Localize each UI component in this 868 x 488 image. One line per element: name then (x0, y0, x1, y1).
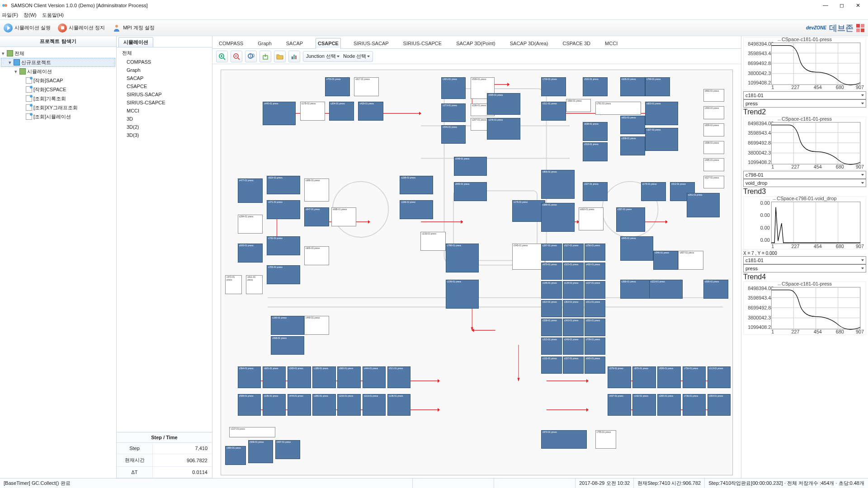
list-item[interactable]: COMPASS (120, 58, 208, 66)
tree-item[interactable]: [조회]기록조회 (1, 94, 115, 103)
tree-simulation[interactable]: ▾시뮬레이션 (1, 67, 115, 76)
diagram-node[interactable]: c364-01 press (238, 366, 261, 388)
diagram-node[interactable]: c219-01 press (337, 394, 360, 416)
diagram-node[interactable]: c679-01 press (541, 263, 562, 280)
diagram-node[interactable]: c546-01 press (441, 125, 465, 144)
diagram-node[interactable]: c280-01 press (312, 394, 335, 416)
diagram-node[interactable]: c360-01 press (620, 280, 654, 299)
diagram-node[interactable]: c137-01 press (229, 427, 275, 437)
list-item[interactable]: SACAP (120, 74, 208, 82)
diagram-node[interactable]: c798-01 press (446, 244, 479, 272)
close-button[interactable]: ✕ (850, 1, 866, 10)
diagram-node[interactable]: c807-01 press (678, 251, 703, 270)
diagram-node[interactable]: c178-01 press (300, 102, 325, 121)
diagram-node[interactable]: c511-01 press (387, 366, 410, 388)
tab-graph[interactable]: Graph (256, 38, 274, 48)
diagram-node[interactable]: c166-01 press (400, 200, 433, 219)
diagram-node[interactable]: c800-01 press (703, 123, 724, 136)
diagram-node[interactable]: c445-01 press (263, 102, 296, 125)
diagram-node[interactable]: c892-01 press (703, 89, 724, 102)
diagram-node[interactable]: c303-01 press (703, 106, 724, 119)
diagram-node[interactable]: c601-01 press (263, 366, 286, 388)
diagram-node[interactable]: c251-01 press (687, 193, 720, 217)
list-item[interactable]: SIRIUS-CSAPCE (120, 99, 208, 107)
diagram-node[interactable]: c838-01 press (583, 122, 608, 141)
diagram-node[interactable]: c791-01 press (595, 102, 641, 115)
tree-item[interactable]: [조회]XY그래프조회 (1, 103, 115, 112)
list-item[interactable]: SIRIUS-SACAP (120, 90, 208, 99)
diagram-node[interactable]: c315-01 press (541, 338, 562, 355)
diagram-node[interactable]: c265-01 press (657, 394, 680, 416)
diagram-node[interactable]: c590-01 press (225, 446, 246, 465)
maximize-button[interactable]: ◻ (834, 1, 850, 10)
list-item[interactable]: 3D (120, 115, 208, 123)
diagram-node[interactable]: c393-01 press (708, 394, 731, 416)
diagram-node[interactable]: c400-01 press (585, 263, 605, 280)
diagram-node[interactable]: c108-01 press (446, 280, 479, 309)
diagram-node[interactable]: c626-01 press (620, 77, 645, 96)
tab-cspace-3d[interactable]: CSPACE 3D (561, 38, 593, 48)
diagram-node[interactable]: c429-01 press (358, 102, 383, 121)
open-folder-button[interactable] (274, 51, 286, 62)
diagram-node[interactable]: c572-01 press (225, 275, 242, 294)
diagram-node[interactable]: c511-01 press (541, 102, 566, 121)
diagram-node[interactable]: c179-01 press (641, 182, 666, 201)
diagram-node[interactable]: c830-01 press (566, 99, 591, 112)
diagram-node[interactable]: c236-01 press (263, 394, 286, 416)
tab-mcci[interactable]: MCCI (603, 38, 619, 48)
diagram-node[interactable]: c546-01 press (653, 251, 678, 270)
export-button[interactable] (259, 51, 271, 62)
diagram-node[interactable]: c176-01 press (512, 200, 546, 222)
list-item[interactable]: MCCI (120, 107, 208, 115)
diagram-canvas[interactable]: c753-01 pressc817-01 pressc201-01 pressc… (221, 70, 733, 475)
diagram-node[interactable]: c548-01 press (454, 157, 487, 176)
trend1-field-select[interactable]: press (743, 99, 866, 108)
tree-root[interactable]: ▾전체 (1, 49, 115, 58)
diagram-node[interactable]: c131-01 press (541, 357, 562, 374)
diagram-node[interactable]: c136-01 press (387, 394, 410, 416)
diagram-node[interactable]: c256-01 press (585, 244, 605, 261)
diagram-node[interactable]: c273-01 press (441, 103, 465, 122)
diagram-node[interactable]: c538-01 press (541, 319, 562, 336)
diagram-node[interactable]: c569-01 press (248, 440, 273, 463)
diagram-node[interactable]: c525-01 press (563, 263, 584, 280)
diagram-node[interactable]: c249-01 press (563, 338, 584, 355)
diagram-node[interactable]: c444-01 press (288, 394, 311, 416)
diagram-node[interactable]: c222-01 press (649, 280, 683, 299)
diagram-node[interactable]: c343-01 press (563, 319, 584, 336)
list-item[interactable]: 3D(2) (120, 123, 208, 131)
mpi-settings-button[interactable]: MPI 계정 설정 (112, 23, 155, 33)
trend3-series-select[interactable]: c181-01 (743, 256, 866, 264)
tab-sirius-sacap[interactable]: SIRIUS-SACAP (352, 38, 391, 48)
tree-item[interactable]: [작화]SACAP (1, 76, 115, 85)
diagram-node[interactable]: c849-01 press (454, 182, 487, 201)
diagram-node[interactable]: c471-01 press (267, 200, 300, 219)
diagram-node[interactable]: c817-01 press (354, 77, 379, 96)
chart-button[interactable] (288, 51, 300, 62)
diagram-node[interactable]: c507-01 press (275, 440, 300, 459)
simulation-tab[interactable]: 시뮬레이션 (118, 37, 153, 47)
diagram-node[interactable]: c201-01 press (441, 77, 465, 99)
trend1-series-select[interactable]: c181-01 (743, 91, 866, 99)
diagram-node[interactable]: c318-01 press (583, 142, 608, 161)
diagram-node[interactable]: c660-01 press (337, 366, 360, 388)
diagram-node[interactable]: c753-01 press (325, 77, 350, 96)
diagram-node[interactable]: c337-01 press (563, 357, 584, 374)
diagram-node[interactable]: c811-01 press (246, 275, 263, 294)
list-item[interactable]: CSAPCE (120, 82, 208, 90)
menu-window[interactable]: 창(W) (24, 12, 37, 19)
zoom-fit-button[interactable]: 100 (245, 51, 257, 62)
diagram-node[interactable]: c327-01 press (583, 182, 608, 201)
diagram-node[interactable]: c838-01 press (657, 366, 680, 388)
diagram-node[interactable]: c527-01 press (563, 244, 584, 261)
diagram-node[interactable]: c505-01 press (487, 93, 520, 115)
diagram-node[interactable]: c665-01 press (585, 357, 605, 374)
diagram-node[interactable]: c599-01 press (238, 394, 261, 416)
tab-sacap-3d-area[interactable]: SACAP 3D(Area) (508, 38, 550, 48)
diagram-node[interactable]: c468-01 press (271, 336, 304, 355)
zoom-out-button[interactable] (231, 51, 242, 62)
diagram-node[interactable]: c311-01 press (585, 300, 605, 317)
diagram-node[interactable]: c216-01 press (420, 232, 445, 251)
diagram-node[interactable]: c195-01 press (271, 316, 304, 335)
diagram-node[interactable]: c449-01 press (304, 316, 329, 335)
